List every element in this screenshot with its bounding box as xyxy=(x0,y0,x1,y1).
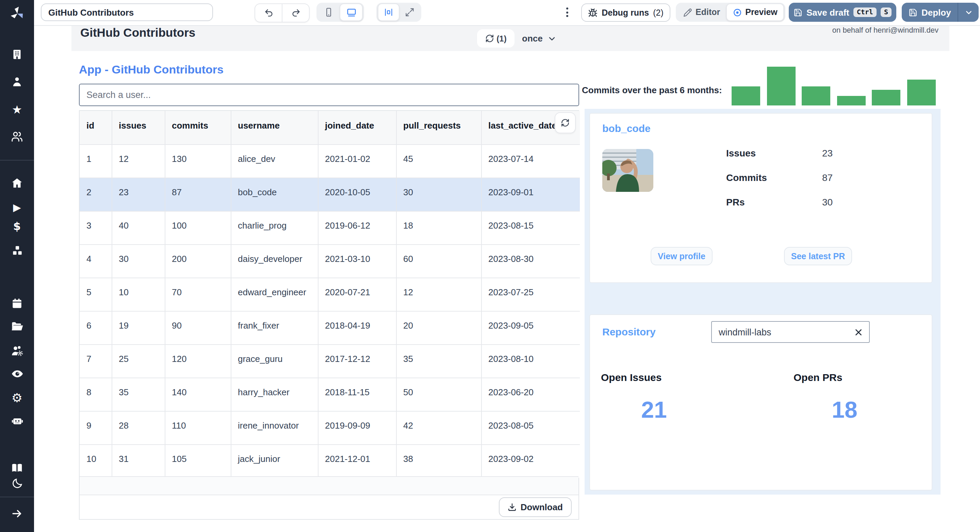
desktop-view-button[interactable] xyxy=(340,3,363,21)
download-button[interactable]: Download xyxy=(499,497,572,517)
fullscreen-button[interactable] xyxy=(399,4,420,21)
calendar-icon xyxy=(11,297,23,310)
sidebar-expand-button[interactable] xyxy=(0,507,34,521)
table-row[interactable]: 835140harry_hacker2018-11-15502023-06-20 xyxy=(80,378,580,411)
search-input[interactable] xyxy=(79,84,579,106)
sidebar-item-ai[interactable] xyxy=(0,414,34,427)
sidebar-item-variables[interactable]: $ xyxy=(0,220,34,233)
chart-bar xyxy=(837,96,865,105)
refresh-count: (1) xyxy=(496,34,506,43)
editor-preview-toggle: Editor Preview xyxy=(676,3,786,22)
undo-button[interactable] xyxy=(255,4,282,22)
chart-bar xyxy=(907,79,936,105)
table-row[interactable]: 61990frank_fixer2018-04-19202023-09-05 xyxy=(80,311,580,344)
chevron-down-icon xyxy=(964,8,973,17)
sidebar-item-favorites[interactable]: ★ xyxy=(0,103,34,116)
view-profile-label: View profile xyxy=(658,251,705,261)
refresh-icon xyxy=(485,34,494,43)
clear-input-button[interactable] xyxy=(853,327,864,337)
sidebar-item-workspace[interactable] xyxy=(0,48,34,61)
sidebar-divider xyxy=(0,160,34,160)
windmill-logo[interactable] xyxy=(0,5,34,21)
sidebar-item-resources[interactable] xyxy=(0,243,34,257)
user-icon xyxy=(11,76,23,88)
table-row[interactable]: 725120grace_guru2017-12-12352023-08-10 xyxy=(80,344,580,378)
sidebar-item-schedules[interactable] xyxy=(0,297,34,310)
stat-label: Issues xyxy=(726,148,822,172)
redo-button[interactable] xyxy=(282,4,309,22)
view-profile-button[interactable]: View profile xyxy=(651,247,713,265)
sidebar-item-workers[interactable] xyxy=(0,343,34,357)
table-header-row: idissuescommitsusernamejoined_datepull_r… xyxy=(80,111,580,144)
schedule-dropdown[interactable]: once xyxy=(522,26,557,51)
sidebar-item-theme[interactable] xyxy=(0,476,34,490)
open-issues-value: 21 xyxy=(620,397,688,423)
column-header: commits xyxy=(165,111,231,144)
app-name-input[interactable] xyxy=(41,3,213,21)
chart-bar xyxy=(872,90,901,105)
profile-card: bob_code Issues23Commits87PRs30 View xyxy=(589,113,932,283)
table-row[interactable]: 51070edward_engineer2020-07-21122023-07-… xyxy=(80,278,580,311)
monitor-icon xyxy=(346,7,356,17)
redo-icon xyxy=(291,8,301,18)
mobile-view-button[interactable] xyxy=(318,4,340,21)
deploy-dropdown-button[interactable] xyxy=(959,8,978,17)
table-row[interactable]: 340100charlie_prog2019-06-12182023-08-15 xyxy=(80,211,580,244)
commits-chart-label: Commits over the past 6 months: xyxy=(582,85,722,95)
eye-icon xyxy=(11,367,24,380)
save-draft-button[interactable]: Save draft CtrlS xyxy=(789,3,896,22)
debug-runs-button[interactable]: Debug runs (2) xyxy=(581,3,670,22)
table-refresh-button[interactable] xyxy=(555,112,576,133)
avatar xyxy=(602,149,653,192)
deploy-button[interactable]: Deploy xyxy=(902,3,978,22)
sidebar-item-groups[interactable] xyxy=(0,130,34,143)
right-panel: bob_code Issues23Commits87PRs30 View xyxy=(585,109,940,495)
commits-bar-chart xyxy=(732,67,936,105)
kbd-ctrl: Ctrl xyxy=(853,8,877,17)
sidebar-item-audit-logs[interactable] xyxy=(0,367,34,380)
windmill-app-editor: Debug runs (2) Editor Preview Save draft… xyxy=(0,0,980,532)
chart-bar xyxy=(732,86,760,105)
stat-value: 87 xyxy=(822,172,833,197)
sidebar-item-settings[interactable]: ⚙ xyxy=(0,391,34,405)
table-footer: Download xyxy=(80,495,579,519)
star-icon: ★ xyxy=(12,104,22,115)
pencil-icon xyxy=(683,8,692,17)
chart-bar xyxy=(767,67,795,105)
users-table: idissuescommitsusernamejoined_datepull_r… xyxy=(79,110,579,520)
preview-tab-label: Preview xyxy=(745,8,778,17)
table-row[interactable]: 1031105jack_junior2021-12-01382023-09-02 xyxy=(80,444,580,478)
more-options-button[interactable] xyxy=(561,3,573,21)
sidebar-item-docs[interactable] xyxy=(0,461,34,475)
sidebar-item-home[interactable] xyxy=(0,176,34,190)
app-refresh-button[interactable]: (1) xyxy=(477,29,514,48)
center-layout-button[interactable] xyxy=(378,3,399,21)
editor-tab[interactable]: Editor xyxy=(677,4,726,21)
column-header: username xyxy=(231,111,318,144)
left-sidebar: ★ ▶ $ ⚙ xyxy=(0,0,34,532)
save-draft-label: Save draft xyxy=(807,7,850,17)
x-icon xyxy=(853,327,864,337)
stat-label: Commits xyxy=(726,172,822,197)
sidebar-item-user[interactable] xyxy=(0,75,34,89)
table-row[interactable]: 430200daisy_developer2021-03-10602023-08… xyxy=(80,244,580,278)
app-header: GitHub Contributors (1) once on behalf o… xyxy=(72,26,950,51)
circle-dot-icon xyxy=(733,8,742,17)
preview-tab[interactable]: Preview xyxy=(726,3,784,21)
column-header: id xyxy=(80,111,111,144)
sidebar-item-runs[interactable]: ▶ xyxy=(0,201,34,214)
table-row[interactable]: 928110irene_innovator2019-09-09422023-08… xyxy=(80,411,580,444)
home-icon xyxy=(11,177,23,189)
profile-username: bob_code xyxy=(602,122,651,134)
table-row[interactable]: 22387bob_code2020-10-05302023-09-01 xyxy=(80,178,580,211)
sidebar-item-folders[interactable] xyxy=(0,319,34,333)
robot-icon xyxy=(11,414,24,427)
repository-card: Repository Open Issues Open PRs 21 18 xyxy=(589,314,932,491)
undo-icon xyxy=(264,8,273,18)
folder-open-icon xyxy=(11,319,24,332)
on-behalf-text: on behalf of henri@windmill.dev xyxy=(832,26,939,34)
table-row[interactable]: 112130alice_dev2021-01-02452023-07-14 xyxy=(80,144,580,178)
see-latest-pr-button[interactable]: See latest PR xyxy=(784,247,852,265)
repository-input[interactable] xyxy=(712,322,848,342)
smartphone-icon xyxy=(324,8,334,17)
